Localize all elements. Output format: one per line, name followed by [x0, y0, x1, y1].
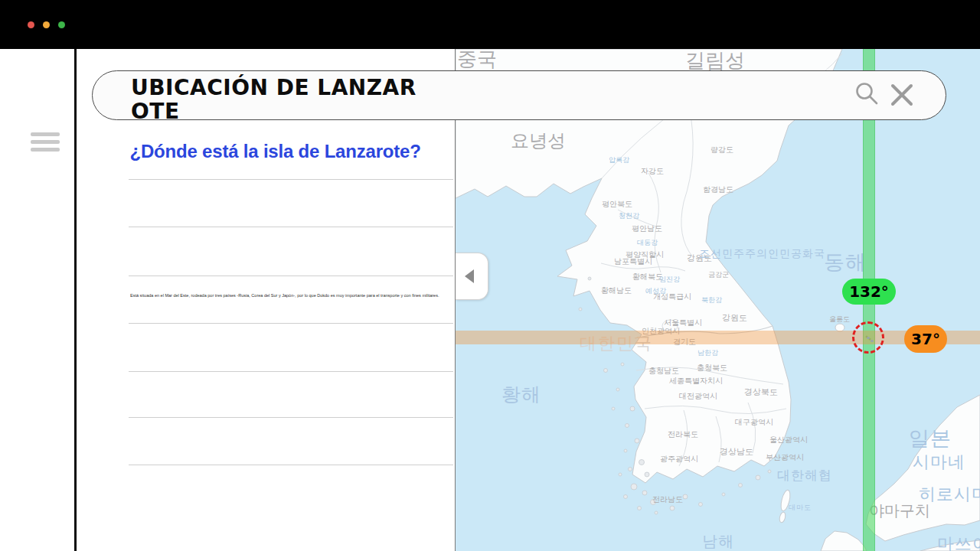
map-label: 일본	[909, 427, 952, 450]
map-label: 자강도	[641, 167, 664, 175]
map-label: 청천강	[619, 212, 639, 220]
left-triangle-icon	[465, 269, 474, 283]
note-rule	[129, 371, 453, 372]
panel-collapse-button[interactable]	[456, 253, 488, 300]
map-label: 울릉도	[829, 315, 850, 323]
map-label: 시마네	[913, 452, 965, 471]
map-label: 남한강	[697, 349, 718, 357]
map-label: 대전광역시	[679, 392, 717, 400]
close-icon[interactable]	[890, 83, 913, 106]
map-label: 부산광역시	[766, 453, 804, 461]
map-label: 압록강	[609, 156, 629, 164]
note-rule	[129, 227, 453, 227]
map-label: 황해	[501, 383, 541, 405]
close-window-button[interactable]	[28, 21, 34, 28]
map-label: 충청남도	[648, 367, 679, 375]
search-query-text: UBICACIÓN DE LANZAROTE	[131, 76, 433, 124]
map-label: 충청북도	[697, 364, 727, 372]
map-label: 전라북도	[668, 430, 698, 439]
map-label: 함경남도	[703, 185, 733, 194]
menu-bar	[31, 132, 60, 136]
note-rule	[129, 179, 453, 180]
latitude-badge: 37°	[904, 325, 947, 353]
map-label: 개성특급시	[653, 292, 691, 301]
minimize-window-button[interactable]	[43, 21, 50, 28]
map-label: 조선민주주의인민공화국	[699, 247, 825, 259]
window-titlebar	[0, 0, 980, 49]
map-label: 동해	[824, 251, 867, 274]
map-label: 마쓰야마	[937, 534, 980, 551]
note-rule	[129, 323, 453, 324]
menu-bar	[31, 140, 60, 144]
map-label: 중국	[457, 49, 497, 70]
map-label: 평안남도	[632, 224, 662, 233]
map-label: 광주광역시	[660, 455, 698, 463]
map-label: 대동강	[637, 239, 658, 246]
map-label: 남해	[702, 533, 734, 549]
map-label: 강원도	[722, 313, 747, 322]
map-label: 경상남도	[720, 447, 753, 456]
kyushu-shape	[821, 531, 867, 551]
sidebar	[0, 49, 74, 551]
answer-note: Está situada en el Mar del Este, rodeada…	[130, 293, 433, 298]
note-rule	[129, 276, 453, 276]
map-label: 울산광역시	[769, 435, 808, 444]
longitude-badge: 132°	[842, 279, 896, 305]
map-label: 경상북도	[744, 387, 778, 396]
search-icon[interactable]	[855, 82, 880, 108]
note-rule	[129, 465, 453, 465]
menu-bar	[31, 148, 60, 152]
app-window: ¿Dónde está la isla de Lanzarote? Está s…	[0, 0, 980, 551]
korea-map: 중국길림성요녕성량강도함경남도압록강자강도평안북도청천강평안남도대동강평양직할시…	[456, 49, 980, 551]
map-area[interactable]: 중국길림성요녕성량강도함경남도압록강자강도평안북도청천강평안남도대동강평양직할시…	[456, 49, 980, 551]
map-label: 황해북도	[632, 272, 663, 281]
map-label: 히로시마	[919, 484, 980, 504]
map-label: 평안북도	[602, 200, 632, 208]
latitude-37-line	[456, 331, 980, 344]
map-label: 황해남도	[601, 286, 632, 295]
tsushima-island	[779, 511, 786, 523]
note-rule	[129, 417, 453, 418]
map-label: 야마구치	[869, 502, 930, 519]
map-label: 대구광역시	[735, 418, 773, 426]
map-label: 대마도	[789, 504, 812, 511]
notes-panel: ¿Dónde está la isla de Lanzarote? Está s…	[77, 49, 456, 551]
map-label: 금강군	[708, 271, 729, 279]
map-label: 북한강	[701, 296, 722, 304]
map-label: 임진강	[659, 276, 680, 283]
map-label: 길림성	[685, 49, 745, 72]
question-title: ¿Dónde está la isla de Lanzarote?	[130, 141, 452, 162]
map-label: 세종특별자치시	[669, 377, 723, 385]
search-bar[interactable]: UBICACIÓN DE LANZAROTE	[92, 70, 946, 120]
map-label: 대한해협	[777, 468, 832, 483]
map-label: 서울특별시	[664, 318, 702, 327]
dokdo-marker-circle	[852, 321, 884, 354]
zoom-window-button[interactable]	[58, 21, 65, 28]
map-label: 남포특별시	[614, 257, 652, 266]
menu-icon[interactable]	[31, 132, 60, 154]
map-label: 요녕성	[511, 130, 566, 151]
map-label: 전라남도	[652, 495, 683, 504]
map-label: 량강도	[710, 145, 733, 154]
